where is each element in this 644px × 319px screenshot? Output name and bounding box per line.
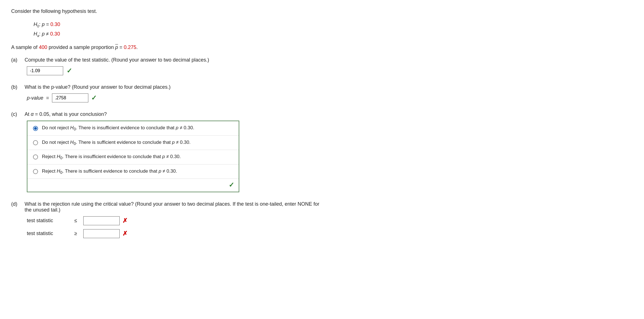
- radio-option-2[interactable]: Do not reject H0. There is sufficient ev…: [27, 136, 239, 150]
- part-b-question: What is the p-value? (Round your answer …: [25, 84, 171, 90]
- intro-text: Consider the following hypothesis test.: [11, 8, 324, 14]
- h0-line: H0: p = 0.30: [34, 20, 324, 29]
- part-a-answer-row: ✓: [27, 66, 324, 75]
- h0-label: H0: p =: [34, 22, 50, 27]
- radio-btn-4[interactable]: [33, 169, 38, 174]
- radio-label-3: Reject H0. There is insufficient evidenc…: [42, 154, 181, 160]
- test-stat-label-2: test statistic: [27, 231, 72, 236]
- sample-suffix: .: [136, 44, 138, 50]
- test-stat-row-2: test statistic ≥ ✗: [27, 229, 324, 238]
- part-c-block: (c) At α = 0.05, what is your conclusion…: [11, 111, 324, 192]
- test-stat-input-2[interactable]: [83, 229, 120, 238]
- part-b-check: ✓: [91, 94, 97, 102]
- part-c-radio-box: Do not reject H0. There is insufficient …: [27, 121, 239, 192]
- ha-line: Ha: p ≠ 0.30: [34, 29, 324, 39]
- sample-text: A sample of 400 provided a sample propor…: [11, 44, 324, 50]
- sample-prefix: A sample of: [11, 44, 39, 50]
- sample-pvalue: 0.275: [124, 44, 136, 50]
- radio-option-3[interactable]: Reject H0. There is insufficient evidenc…: [27, 150, 239, 164]
- test-stat-icon-1: ✗: [122, 217, 127, 224]
- test-stat-operator-1: ≤: [74, 218, 80, 224]
- part-c-question: At α = 0.05, what is your conclusion?: [25, 111, 107, 117]
- part-d-letter: (d): [11, 201, 22, 207]
- test-stat-icon-2: ✗: [122, 230, 127, 237]
- p-bar-symbol: p: [115, 44, 118, 50]
- part-a-block: (a) Compute the value of the test statis…: [11, 57, 324, 75]
- part-a-question: Compute the value of the test statistic.…: [25, 57, 209, 63]
- test-stat-input-1[interactable]: [83, 216, 120, 225]
- part-d-block: (d) What is the rejection rule using the…: [11, 201, 324, 238]
- radio-label-2: Do not reject H0. There is sufficient ev…: [42, 140, 191, 146]
- part-c-check: ✓: [229, 181, 234, 189]
- test-stat-label-1: test statistic: [27, 218, 72, 224]
- part-c-letter: (c): [11, 111, 22, 117]
- part-a-input[interactable]: [27, 66, 63, 75]
- test-stat-row-1: test statistic ≤ ✗: [27, 216, 324, 225]
- part-d-inputs: test statistic ≤ ✗ test statistic ≥ ✗: [27, 216, 324, 238]
- radio-btn-2[interactable]: [33, 140, 38, 145]
- part-a-letter: (a): [11, 57, 22, 63]
- p-value-label: p-value: [27, 95, 43, 101]
- h0-value: 0.30: [50, 22, 60, 27]
- part-a-check: ✓: [67, 67, 72, 75]
- radio-label-1: Do not reject H0. There is insufficient …: [42, 125, 194, 131]
- part-b-block: (b) What is the p-value? (Round your ans…: [11, 84, 324, 102]
- part-c-check-row: ✓: [27, 179, 239, 192]
- part-b-label: (b) What is the p-value? (Round your ans…: [11, 84, 324, 90]
- radio-option-4[interactable]: Reject H0. There is sufficient evidence …: [27, 165, 239, 179]
- ha-value: 0.30: [50, 31, 60, 37]
- radio-label-4: Reject H0. There is sufficient evidence …: [42, 168, 177, 175]
- ha-label: Ha: p ≠: [34, 31, 50, 37]
- part-b-answer-row: p-value = ✓: [27, 93, 324, 102]
- part-b-input[interactable]: [52, 93, 88, 102]
- sample-equals: =: [118, 44, 124, 50]
- part-d-label: (d) What is the rejection rule using the…: [11, 201, 324, 213]
- part-d-question: What is the rejection rule using the cri…: [25, 201, 324, 213]
- sample-n: 400: [39, 44, 47, 50]
- radio-option-1[interactable]: Do not reject H0. There is insufficient …: [27, 121, 239, 135]
- radio-btn-3[interactable]: [33, 154, 38, 160]
- radio-btn-1[interactable]: [33, 126, 38, 131]
- part-b-letter: (b): [11, 84, 22, 90]
- part-a-label: (a) Compute the value of the test statis…: [11, 57, 324, 63]
- hypotheses-block: H0: p = 0.30 Ha: p ≠ 0.30: [34, 20, 324, 39]
- test-stat-operator-2: ≥: [74, 231, 80, 236]
- part-c-label: (c) At α = 0.05, what is your conclusion…: [11, 111, 324, 117]
- sample-middle: provided a sample proportion: [47, 44, 115, 50]
- p-value-equals: =: [46, 95, 49, 101]
